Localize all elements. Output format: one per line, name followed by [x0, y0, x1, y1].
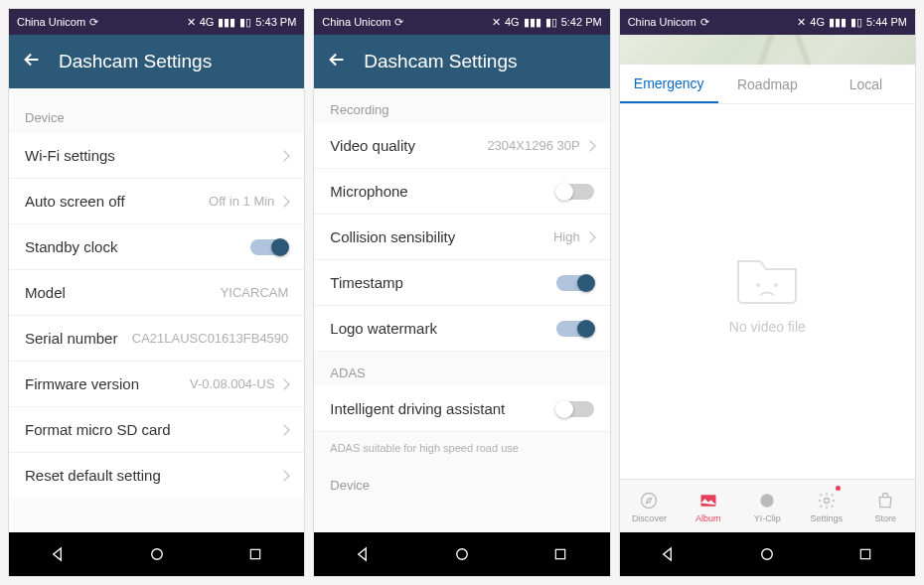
- battery-icon: ▮▯: [850, 16, 862, 29]
- row-wifi-settings[interactable]: Wi-Fi settings: [9, 133, 304, 179]
- sync-icon: ⟳: [89, 16, 98, 29]
- chevron-right-icon: [584, 231, 595, 242]
- row-intelligent-driving: Intelligent driving assistant: [314, 386, 609, 432]
- chevron-right-icon: [279, 196, 290, 207]
- adas-note: ADAS suitable for high speed road use: [314, 432, 609, 464]
- section-device: Device: [314, 464, 609, 499]
- mute-icon: ✕: [797, 16, 806, 29]
- nav-store[interactable]: Store: [856, 480, 915, 532]
- microphone-toggle[interactable]: [556, 184, 594, 200]
- net-label: 4G: [200, 16, 215, 28]
- carrier-label: China Unicom: [322, 16, 390, 28]
- signal-icon: ▮▮▮: [218, 16, 235, 29]
- app-header: Dashcam Settings: [314, 35, 609, 88]
- bag-icon: [874, 490, 896, 512]
- back-button[interactable]: [21, 49, 43, 74]
- mute-icon: ✕: [187, 16, 196, 29]
- back-button[interactable]: [326, 49, 348, 74]
- nav-discover[interactable]: Discover: [620, 480, 679, 532]
- nav-settings[interactable]: Settings: [797, 480, 855, 532]
- section-device: Device: [9, 88, 304, 133]
- nav-recents-button[interactable]: [549, 543, 571, 565]
- chevron-right-icon: [279, 470, 290, 481]
- clock-label: 5:42 PM: [561, 16, 602, 28]
- svg-point-0: [151, 549, 162, 560]
- status-bar: China Unicom ⟳ ✕ 4G ▮▮▮ ▮▯ 5:42 PM: [314, 9, 609, 35]
- svg-point-6: [642, 493, 657, 508]
- timestamp-toggle[interactable]: [556, 275, 594, 291]
- svg-rect-3: [555, 549, 564, 558]
- tab-roadmap[interactable]: Roadmap: [718, 65, 817, 103]
- page-title: Dashcam Settings: [59, 51, 212, 73]
- row-standby-clock: Standby clock: [9, 224, 304, 270]
- nav-back-button[interactable]: [353, 543, 375, 565]
- ida-toggle[interactable]: [556, 401, 594, 417]
- row-reset-default[interactable]: Reset default setting: [9, 453, 304, 498]
- svg-point-8: [761, 494, 774, 507]
- chevron-right-icon: [279, 378, 290, 389]
- section-adas: ADAS: [314, 352, 609, 386]
- nav-yiclip[interactable]: YI-Clip: [738, 480, 797, 532]
- album-tabs: Emergency Roadmap Local: [620, 65, 915, 104]
- carrier-label: China Unicom: [17, 16, 85, 28]
- status-bar: China Unicom ⟳ ✕ 4G ▮▮▮ ▮▯ 5:44 PM: [620, 9, 915, 35]
- sync-icon: ⟳: [700, 16, 709, 29]
- standby-toggle[interactable]: [250, 239, 288, 255]
- settings-list[interactable]: Device Wi-Fi settings Auto screen off Of…: [9, 88, 304, 532]
- logo-toggle[interactable]: [556, 321, 594, 337]
- tab-emergency[interactable]: Emergency: [620, 65, 718, 103]
- android-navbar: [314, 532, 609, 576]
- record-icon: [756, 490, 778, 512]
- app-header: Dashcam Settings: [9, 35, 304, 88]
- gear-icon: [816, 490, 838, 512]
- svg-point-4: [756, 283, 760, 287]
- row-collision[interactable]: Collision sensibility High: [314, 215, 609, 260]
- row-firmware[interactable]: Firmware version V-0.08.004-US: [9, 362, 304, 407]
- row-model: Model YICARCAM: [9, 270, 304, 316]
- nav-recents-button[interactable]: [854, 543, 876, 565]
- nav-recents-button[interactable]: [244, 543, 266, 565]
- row-video-quality[interactable]: Video quality 2304X1296 30P: [314, 123, 609, 169]
- row-timestamp: Timestamp: [314, 260, 609, 306]
- nav-home-button[interactable]: [756, 543, 778, 565]
- android-navbar: [620, 532, 915, 576]
- bottom-nav: Discover Album YI-Clip Settings Store: [620, 479, 915, 532]
- mute-icon: ✕: [492, 16, 501, 29]
- phone-3: China Unicom ⟳ ✕ 4G ▮▮▮ ▮▯ 5:44 PM Emerg…: [619, 8, 916, 577]
- settings-list[interactable]: Recording Video quality 2304X1296 30P Mi…: [314, 88, 609, 532]
- row-auto-screen-off[interactable]: Auto screen off Off in 1 Min: [9, 179, 304, 224]
- chevron-right-icon: [584, 140, 595, 151]
- tab-local[interactable]: Local: [817, 65, 915, 103]
- svg-rect-1: [250, 549, 259, 558]
- page-title: Dashcam Settings: [364, 51, 517, 73]
- svg-point-10: [762, 549, 773, 560]
- clock-label: 5:43 PM: [255, 16, 296, 28]
- nav-back-button[interactable]: [658, 543, 680, 565]
- row-microphone: Microphone: [314, 169, 609, 215]
- svg-point-5: [774, 283, 778, 287]
- nav-back-button[interactable]: [48, 543, 70, 565]
- notification-dot: [836, 486, 841, 491]
- nav-album[interactable]: Album: [679, 480, 737, 532]
- signal-icon: ▮▮▮: [829, 16, 847, 29]
- empty-state: No video file: [620, 104, 915, 479]
- net-label: 4G: [810, 16, 825, 28]
- compass-icon: [638, 490, 660, 512]
- svg-point-9: [824, 498, 829, 503]
- svg-point-2: [457, 549, 468, 560]
- battery-icon: ▮▯: [545, 16, 557, 29]
- album-content: No video file: [620, 104, 915, 479]
- empty-text: No video file: [729, 319, 806, 335]
- status-bar: China Unicom ⟳ ✕ 4G ▮▮▮ ▮▯ 5:43 PM: [9, 9, 304, 35]
- net-label: 4G: [505, 16, 520, 28]
- carrier-label: China Unicom: [628, 16, 696, 28]
- signal-icon: ▮▮▮: [524, 16, 541, 29]
- nav-home-button[interactable]: [451, 543, 473, 565]
- row-format-sd[interactable]: Format micro SD card: [9, 407, 304, 453]
- svg-rect-11: [861, 549, 870, 558]
- nav-home-button[interactable]: [146, 543, 168, 565]
- chevron-right-icon: [279, 150, 290, 161]
- chevron-right-icon: [279, 424, 290, 435]
- clock-label: 5:44 PM: [866, 16, 907, 28]
- image-icon: [697, 490, 719, 512]
